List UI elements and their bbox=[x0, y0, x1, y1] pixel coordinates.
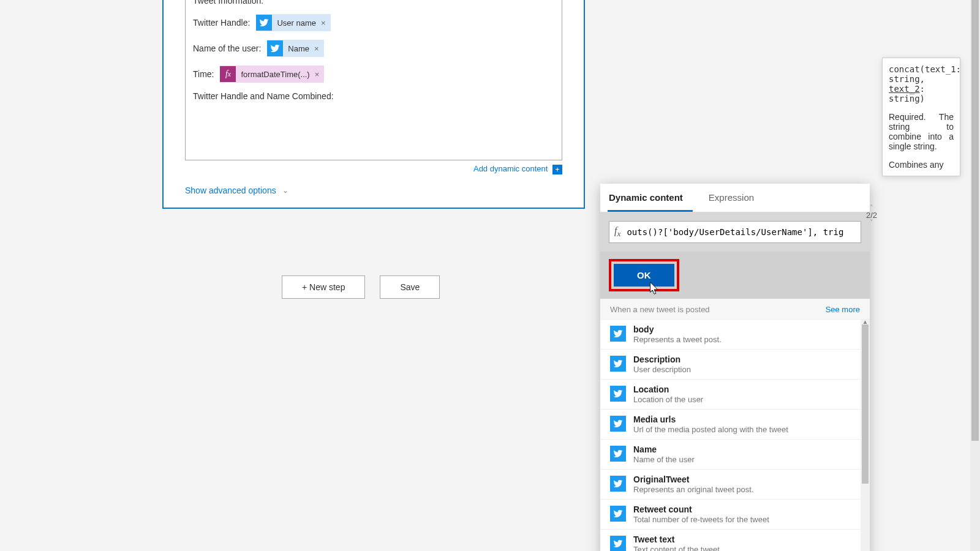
show-advanced-options[interactable]: Show advanced options ⌄ bbox=[185, 186, 288, 195]
expression-input[interactable] bbox=[627, 227, 856, 237]
chevron-down-icon[interactable]: ˅ bbox=[866, 219, 877, 226]
action-card: Tweet Information: Twitter Handle: User … bbox=[162, 0, 585, 209]
add-dynamic-plus-icon[interactable]: + bbox=[552, 165, 562, 174]
token-remove-icon[interactable]: × bbox=[321, 18, 326, 28]
twitter-icon bbox=[610, 386, 626, 402]
panel-tabs: Dynamic content Expression bbox=[600, 184, 870, 212]
dynamic-item[interactable]: bodyRepresents a tweet post. bbox=[600, 320, 870, 350]
dynamic-item[interactable]: NameName of the user bbox=[600, 440, 870, 470]
dynamic-item-desc: Name of the user bbox=[633, 455, 695, 464]
section-header: When a new tweet is posted See more bbox=[600, 299, 870, 320]
dynamic-item-title: OriginalTweet bbox=[633, 474, 754, 484]
dynamic-item[interactable]: DescriptionUser description bbox=[600, 350, 870, 380]
dynamic-item[interactable]: Retweet countTotal number of re-tweets f… bbox=[600, 500, 870, 530]
twitter-icon bbox=[610, 416, 626, 432]
new-step-button[interactable]: + New step bbox=[282, 276, 365, 299]
twitter-icon bbox=[610, 326, 626, 342]
panel-scrollbar[interactable]: ▲ ▼ bbox=[861, 320, 870, 551]
tooltip-text: : bbox=[920, 84, 925, 94]
dynamic-item-desc: Text content of the tweet bbox=[633, 545, 720, 551]
dynamic-item-title: Name bbox=[633, 444, 695, 454]
dynamic-item-title: Location bbox=[633, 384, 703, 394]
tweet-info-label: Tweet Information: bbox=[193, 0, 263, 6]
token-formatdatetime[interactable]: fx formatDateTime(...) × bbox=[220, 66, 324, 83]
dynamic-items-list: bodyRepresents a tweet post.DescriptionU… bbox=[600, 320, 870, 551]
dynamic-item-title: Retweet count bbox=[633, 504, 769, 514]
token-name-label: Name bbox=[288, 44, 309, 53]
page-scrollbar[interactable] bbox=[970, 0, 980, 551]
combined-label: Twitter Handle and Name Combined: bbox=[193, 91, 334, 101]
token-remove-icon[interactable]: × bbox=[315, 70, 320, 79]
tooltip-desc: Required. The string to combine into a s… bbox=[889, 112, 954, 151]
expression-input-wrap[interactable]: fx bbox=[609, 221, 861, 243]
function-tooltip: concat(text_1: string, text_2: string) R… bbox=[882, 58, 960, 176]
dynamic-content-panel: Dynamic content Expression fx OK When a … bbox=[600, 184, 870, 551]
twitter-icon bbox=[610, 536, 626, 551]
page-scrollbar-thumb[interactable] bbox=[971, 0, 979, 441]
chevron-down-icon: ⌄ bbox=[282, 186, 288, 195]
token-user-name[interactable]: User name × bbox=[256, 14, 330, 31]
tooltip-signature: concat(text_1: string, text_2: string) bbox=[889, 64, 954, 103]
twitter-icon bbox=[610, 356, 626, 372]
dynamic-item-desc: Total number of re-tweets for the tweet bbox=[633, 515, 769, 524]
twitter-icon bbox=[256, 15, 272, 31]
panel-scrollbar-thumb[interactable] bbox=[862, 324, 869, 484]
param-pager: ˄ 2/2 ˅ bbox=[866, 204, 877, 226]
ok-row: OK bbox=[600, 252, 870, 299]
body-textbox[interactable]: Tweet Information: Twitter Handle: User … bbox=[185, 0, 562, 160]
twitter-icon bbox=[267, 40, 283, 56]
dynamic-item-desc: Represents a tweet post. bbox=[633, 335, 722, 344]
twitter-handle-label: Twitter Handle: bbox=[193, 18, 250, 28]
tooltip-text: concat(text_1: bbox=[889, 64, 961, 74]
tooltip-text: string) bbox=[889, 94, 925, 103]
twitter-icon bbox=[610, 446, 626, 462]
add-dynamic-content-link[interactable]: Add dynamic content bbox=[473, 164, 550, 173]
dynamic-item-title: Description bbox=[633, 354, 691, 364]
tooltip-text-current: text_2 bbox=[889, 84, 920, 94]
dynamic-item-desc: User description bbox=[633, 365, 691, 374]
highlight-frame: OK bbox=[609, 259, 679, 291]
dynamic-item[interactable]: LocationLocation of the user bbox=[600, 380, 870, 410]
dynamic-item-desc: Url of the media posted along with the t… bbox=[633, 425, 788, 434]
token-formatdatetime-label: formatDateTime(...) bbox=[241, 70, 309, 79]
dynamic-item-desc: Location of the user bbox=[633, 395, 703, 404]
add-dynamic-content-label: Add dynamic content bbox=[473, 164, 548, 173]
footer-buttons: + New step Save bbox=[282, 276, 440, 299]
section-title: When a new tweet is posted bbox=[610, 305, 710, 314]
ok-button[interactable]: OK bbox=[614, 264, 674, 287]
tooltip-desc2: Combines any bbox=[889, 160, 954, 170]
token-remove-icon[interactable]: × bbox=[314, 44, 319, 53]
dynamic-item-title: Media urls bbox=[633, 414, 788, 424]
fx-icon: fx bbox=[614, 225, 620, 239]
token-user-name-label: User name bbox=[277, 18, 316, 28]
see-more-link[interactable]: See more bbox=[826, 305, 860, 314]
tooltip-text: string, bbox=[889, 74, 925, 84]
dynamic-item[interactable]: Media urlsUrl of the media posted along … bbox=[600, 410, 870, 440]
expression-row: fx bbox=[600, 212, 870, 252]
dynamic-item-title: body bbox=[633, 324, 722, 334]
show-advanced-label: Show advanced options bbox=[185, 186, 276, 195]
dynamic-item-desc: Represents an original tweet post. bbox=[633, 485, 754, 494]
token-name[interactable]: Name × bbox=[267, 40, 323, 57]
time-label: Time: bbox=[193, 69, 214, 79]
tab-dynamic-content[interactable]: Dynamic content bbox=[608, 184, 693, 212]
twitter-icon bbox=[610, 506, 626, 522]
name-of-user-label: Name of the user: bbox=[193, 43, 261, 53]
fx-icon: fx bbox=[220, 66, 236, 82]
save-button[interactable]: Save bbox=[380, 276, 440, 299]
dynamic-item[interactable]: OriginalTweetRepresents an original twee… bbox=[600, 470, 870, 500]
dynamic-item[interactable]: Tweet textText content of the tweet bbox=[600, 530, 870, 551]
twitter-icon bbox=[610, 476, 626, 492]
tab-expression[interactable]: Expression bbox=[707, 184, 764, 212]
dynamic-item-title: Tweet text bbox=[633, 534, 720, 544]
